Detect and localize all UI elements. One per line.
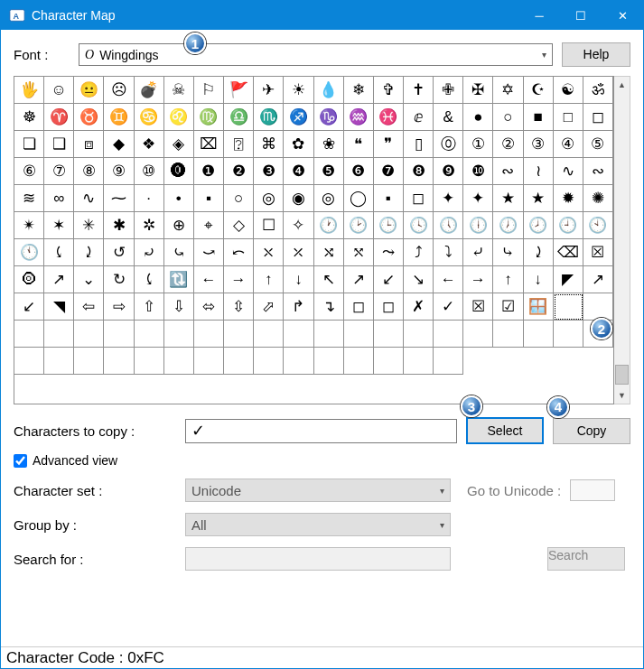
char-cell[interactable]: ↗ bbox=[583, 266, 613, 293]
char-cell[interactable]: ∾ bbox=[493, 158, 523, 185]
char-cell[interactable]: ⚐ bbox=[194, 77, 224, 104]
char-cell[interactable]: ⑨ bbox=[104, 158, 134, 185]
char-cell[interactable]: ✱ bbox=[104, 212, 134, 239]
char-cell[interactable]: → bbox=[224, 266, 254, 293]
char-cell[interactable]: ❷ bbox=[224, 158, 254, 185]
char-cell[interactable]: ○ bbox=[493, 104, 523, 131]
char-cell[interactable]: ⌖ bbox=[194, 212, 224, 239]
char-cell[interactable]: ◯ bbox=[344, 185, 374, 212]
char-cell[interactable]: ≀ bbox=[524, 158, 554, 185]
char-cell[interactable]: ◻ bbox=[404, 185, 434, 212]
search-input[interactable] bbox=[185, 547, 451, 571]
char-cell[interactable]: ↘ bbox=[404, 266, 434, 293]
char-cell[interactable]: ✹ bbox=[554, 185, 583, 212]
char-cell[interactable]: ☪ bbox=[524, 77, 554, 104]
char-cell[interactable]: ☸ bbox=[14, 104, 44, 131]
scroll-down-icon[interactable]: ▼ bbox=[614, 387, 630, 404]
char-cell[interactable]: ❏ bbox=[14, 131, 44, 158]
character-set-select[interactable]: Unicode ▾ bbox=[185, 479, 451, 502]
minimize-button[interactable]: ─ bbox=[518, 1, 560, 30]
char-cell[interactable]: 🕒 bbox=[374, 212, 404, 239]
char-cell[interactable]: ≋ bbox=[14, 185, 44, 212]
maximize-button[interactable]: ☐ bbox=[560, 1, 602, 30]
char-cell[interactable]: ⤸ bbox=[74, 239, 104, 266]
char-cell[interactable]: ✶ bbox=[44, 212, 74, 239]
char-cell[interactable]: ❶ bbox=[194, 158, 224, 185]
char-cell[interactable]: ⌄ bbox=[74, 266, 104, 293]
char-cell[interactable]: ❹ bbox=[284, 158, 313, 185]
char-cell[interactable]: ∾ bbox=[583, 158, 613, 185]
char-cell[interactable]: ◇ bbox=[224, 212, 254, 239]
char-cell[interactable]: ↻ bbox=[104, 266, 134, 293]
char-cell[interactable]: 🕙 bbox=[583, 212, 613, 239]
char-cell[interactable]: ♐ bbox=[284, 104, 313, 131]
scroll-up-icon[interactable]: ▲ bbox=[614, 77, 630, 93]
char-cell[interactable]: ⧈ bbox=[74, 131, 104, 158]
char-cell[interactable]: ⤸ bbox=[524, 239, 554, 266]
char-cell[interactable]: ✦ bbox=[463, 185, 493, 212]
char-cell[interactable]: ⤫ bbox=[284, 239, 313, 266]
advanced-view-checkbox[interactable] bbox=[14, 454, 27, 468]
char-cell[interactable]: 🔃 bbox=[164, 266, 194, 293]
char-cell[interactable]: ◎ bbox=[314, 185, 344, 212]
char-cell[interactable]: ▪ bbox=[374, 185, 404, 212]
char-cell[interactable]: □ bbox=[554, 104, 583, 131]
char-cell[interactable]: ♌ bbox=[164, 104, 194, 131]
char-cell[interactable]: ⤺ bbox=[224, 239, 254, 266]
char-cell[interactable]: ⬄ bbox=[194, 293, 224, 321]
char-cell[interactable]: ♏ bbox=[254, 104, 284, 131]
char-cell[interactable]: ⇳ bbox=[224, 293, 254, 321]
char-cell[interactable]: ✿ bbox=[284, 131, 313, 158]
char-cell[interactable]: ✲ bbox=[135, 212, 164, 239]
char-cell[interactable]: ◻ bbox=[344, 293, 374, 321]
char-cell[interactable]: ④ bbox=[554, 131, 583, 158]
char-cell[interactable]: ◤ bbox=[554, 266, 583, 293]
char-cell[interactable]: ★ bbox=[493, 185, 523, 212]
char-cell[interactable]: ✞ bbox=[374, 77, 404, 104]
char-cell[interactable]: ♍ bbox=[194, 104, 224, 131]
char-cell[interactable]: ⇨ bbox=[104, 293, 134, 321]
char-cell[interactable]: ↑ bbox=[493, 266, 523, 293]
char-cell[interactable]: ♓ bbox=[374, 104, 404, 131]
char-cell[interactable]: ■ bbox=[524, 104, 554, 131]
characters-to-copy-input[interactable] bbox=[185, 419, 457, 443]
advanced-view-checkbox-row[interactable]: Advanced view bbox=[14, 453, 630, 468]
char-cell[interactable]: ↑ bbox=[254, 266, 284, 293]
char-cell[interactable]: ▪ bbox=[194, 185, 224, 212]
char-cell[interactable]: 🪟 bbox=[524, 293, 554, 321]
char-cell[interactable]: ❺ bbox=[314, 158, 344, 185]
char-cell[interactable]: ⁓ bbox=[104, 185, 134, 212]
char-cell[interactable]: ⤴ bbox=[404, 239, 434, 266]
char-cell[interactable]: 🕗 bbox=[524, 212, 554, 239]
char-cell[interactable]: ③ bbox=[524, 131, 554, 158]
char-cell[interactable]: ♎ bbox=[224, 104, 254, 131]
char-cell[interactable]: ◈ bbox=[164, 131, 194, 158]
close-button[interactable]: ✕ bbox=[602, 1, 643, 30]
char-cell[interactable]: ♋ bbox=[135, 104, 164, 131]
char-cell[interactable]: ✧ bbox=[284, 212, 313, 239]
char-cell[interactable]: ↴ bbox=[314, 293, 344, 321]
char-cell[interactable]: ⤹ bbox=[44, 239, 74, 266]
char-cell[interactable]: ↱ bbox=[284, 293, 313, 321]
char-cell[interactable]: ❄ bbox=[344, 77, 374, 104]
char-cell[interactable]: ❀ bbox=[314, 131, 344, 158]
char-cell[interactable]: ⤶ bbox=[463, 239, 493, 266]
char-cell[interactable]: ⓿ bbox=[164, 158, 194, 185]
char-cell[interactable]: ▯ bbox=[404, 131, 434, 158]
char-cell[interactable]: ◆ bbox=[104, 131, 134, 158]
char-cell[interactable]: ② bbox=[493, 131, 523, 158]
char-cell[interactable]: ⤬ bbox=[254, 239, 284, 266]
char-cell[interactable]: ← bbox=[434, 266, 463, 293]
char-cell[interactable]: 😐 bbox=[74, 77, 104, 104]
char-cell[interactable]: ♈ bbox=[44, 104, 74, 131]
char-cell[interactable]: ✗ bbox=[404, 293, 434, 321]
char-cell[interactable]: ⑩ bbox=[135, 158, 164, 185]
char-cell[interactable]: ⤿ bbox=[164, 239, 194, 266]
char-cell[interactable]: ↗ bbox=[344, 266, 374, 293]
char-cell[interactable]: ⤹ bbox=[135, 266, 164, 293]
char-cell[interactable]: ⇦ bbox=[74, 293, 104, 321]
char-cell[interactable]: ☠ bbox=[164, 77, 194, 104]
char-cell[interactable]: ☒ bbox=[463, 293, 493, 321]
char-cell[interactable]: ✙ bbox=[434, 77, 463, 104]
search-button[interactable]: Search bbox=[547, 547, 625, 571]
